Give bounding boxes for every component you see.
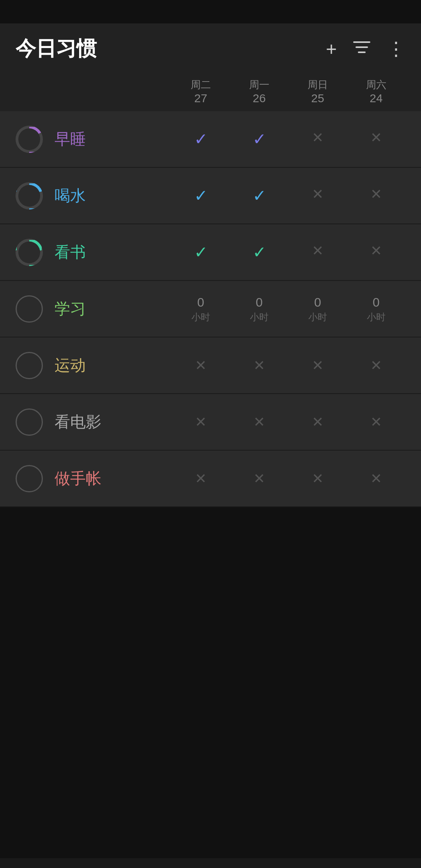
cross-icon: ✕: [195, 470, 207, 486]
cross-icon: ✕: [312, 186, 324, 202]
filter-icon[interactable]: [352, 39, 371, 59]
stat-cell-6-1[interactable]: ✕: [230, 470, 288, 487]
app-title: 今日习惯: [16, 35, 97, 62]
stat-cell-0-1[interactable]: ✓: [230, 130, 288, 149]
stat-cell-0-2[interactable]: ✕: [288, 130, 347, 149]
stat-cell-6-0[interactable]: ✕: [172, 470, 230, 487]
habit-name-kanshu: 看书: [55, 241, 172, 263]
cross-icon: ✕: [370, 357, 382, 373]
stat-cell-1-1[interactable]: ✓: [230, 186, 288, 205]
cross-icon: ✕: [370, 414, 382, 430]
stat-cell-3-2[interactable]: 0 小时: [288, 295, 347, 323]
habit-name-heshui: 喝水: [55, 185, 172, 206]
cross-icon: ✕: [253, 470, 265, 486]
habit-row-zuoshouzhang[interactable]: 做手帐 ✕ ✕ ✕ ✕: [0, 451, 421, 507]
more-icon[interactable]: ⋮: [387, 38, 405, 60]
stat-cell-6-2[interactable]: ✕: [288, 470, 347, 487]
stat-cell-6-3[interactable]: ✕: [347, 470, 405, 487]
habit-row-kandianying[interactable]: 看电影 ✕ ✕ ✕ ✕: [0, 394, 421, 451]
stat-num-3-1: 0: [230, 295, 288, 311]
stat-unit-3-1: 小时: [230, 311, 288, 323]
habit-row-heshui[interactable]: 喝水 ✓ ✓ ✕ ✕: [0, 168, 421, 224]
habit-circle-zaoshui: [16, 126, 43, 153]
habit-row-xuexi[interactable]: 学习 0 小时 0 小时 0 小时 0 小时: [0, 281, 421, 337]
stat-unit-3-2: 小时: [288, 311, 347, 323]
stat-cell-3-0[interactable]: 0 小时: [172, 295, 230, 323]
check-icon: ✓: [194, 130, 208, 148]
stat-cell-5-3[interactable]: ✕: [347, 414, 405, 430]
habit-name-zuoshouzhang: 做手帐: [55, 468, 172, 489]
stat-cell-4-0[interactable]: ✕: [172, 357, 230, 374]
date-col-1: 周一 26: [230, 78, 288, 105]
habit-circle-xuexi: [16, 295, 43, 323]
date-day-2: 周日: [288, 78, 347, 92]
stat-cell-1-2[interactable]: ✕: [288, 186, 347, 205]
habit-stats-zaoshui: ✓ ✓ ✕ ✕: [172, 130, 405, 149]
header-actions: + ⋮: [326, 38, 405, 60]
habit-circle-zuoshouzhang: [16, 465, 43, 492]
stat-cell-0-0[interactable]: ✓: [172, 130, 230, 149]
stat-cell-4-2[interactable]: ✕: [288, 357, 347, 374]
stat-cell-2-2[interactable]: ✕: [288, 243, 347, 262]
habit-stats-kanshu: ✓ ✓ ✕ ✕: [172, 243, 405, 262]
cross-icon: ✕: [312, 357, 324, 373]
habit-row-kanshu[interactable]: 看书 ✓ ✓ ✕ ✕: [0, 224, 421, 281]
stat-cell-2-3[interactable]: ✕: [347, 243, 405, 262]
habit-circle-heshui: [16, 182, 43, 209]
add-icon[interactable]: +: [326, 38, 337, 60]
check-icon: ✓: [253, 130, 266, 148]
habit-row-zaoshui[interactable]: 早睡 ✓ ✓ ✕ ✕: [0, 111, 421, 168]
habits-list: 早睡 ✓ ✓ ✕ ✕ 喝水 ✓ ✓ ✕ ✕ 看书 ✓ ✓ ✕ ✕ 学习: [0, 111, 421, 507]
cross-icon: ✕: [370, 470, 382, 486]
habit-name-kandianying: 看电影: [55, 411, 172, 433]
stat-cell-4-1[interactable]: ✕: [230, 357, 288, 374]
stat-cell-2-0[interactable]: ✓: [172, 243, 230, 262]
date-num-0: 27: [172, 92, 230, 105]
stat-cell-2-1[interactable]: ✓: [230, 243, 288, 262]
cross-icon: ✕: [312, 243, 324, 259]
habit-name-xuexi: 学习: [55, 298, 172, 320]
stat-cell-5-1[interactable]: ✕: [230, 414, 288, 430]
stat-cell-5-2[interactable]: ✕: [288, 414, 347, 430]
check-icon: ✓: [253, 186, 266, 205]
stat-cell-4-3[interactable]: ✕: [347, 357, 405, 374]
cross-icon: ✕: [253, 357, 265, 373]
habit-row-yundong[interactable]: 运动 ✕ ✕ ✕ ✕: [0, 337, 421, 394]
stat-cell-5-0[interactable]: ✕: [172, 414, 230, 430]
date-num-2: 25: [288, 92, 347, 105]
habit-circle-yundong: [16, 352, 43, 379]
cross-icon: ✕: [370, 130, 382, 146]
stat-unit-3-0: 小时: [172, 311, 230, 323]
bottom-area: [0, 507, 421, 858]
cross-icon: ✕: [195, 414, 207, 430]
stat-num-3-2: 0: [288, 295, 347, 311]
stat-cell-0-3[interactable]: ✕: [347, 130, 405, 149]
cross-icon: ✕: [312, 130, 324, 146]
date-col-3: 周六 24: [347, 78, 405, 105]
cross-icon: ✕: [370, 243, 382, 259]
cross-icon: ✕: [253, 414, 265, 430]
stat-num-3-3: 0: [347, 295, 405, 311]
habit-stats-xuexi: 0 小时 0 小时 0 小时 0 小时: [172, 295, 405, 323]
habit-stats-kandianying: ✕ ✕ ✕ ✕: [172, 414, 405, 430]
habit-circle-kandianying: [16, 408, 43, 436]
stat-cell-1-3[interactable]: ✕: [347, 186, 405, 205]
check-icon: ✓: [253, 243, 266, 261]
cross-icon: ✕: [195, 357, 207, 373]
status-bar: [0, 0, 421, 23]
stat-unit-3-3: 小时: [347, 311, 405, 323]
habit-stats-yundong: ✕ ✕ ✕ ✕: [172, 357, 405, 374]
habit-stats-heshui: ✓ ✓ ✕ ✕: [172, 186, 405, 205]
check-icon: ✓: [194, 186, 208, 205]
header: 今日习惯 + ⋮: [0, 23, 421, 70]
stat-cell-3-3[interactable]: 0 小时: [347, 295, 405, 323]
habit-circle-kanshu: [16, 239, 43, 266]
habit-name-yundong: 运动: [55, 355, 172, 376]
habit-name-zaoshui: 早睡: [55, 128, 172, 150]
stat-cell-1-0[interactable]: ✓: [172, 186, 230, 205]
date-col-0: 周二 27: [172, 78, 230, 105]
check-icon: ✓: [194, 243, 208, 261]
cross-icon: ✕: [370, 186, 382, 202]
stat-cell-3-1[interactable]: 0 小时: [230, 295, 288, 323]
date-col-2: 周日 25: [288, 78, 347, 105]
